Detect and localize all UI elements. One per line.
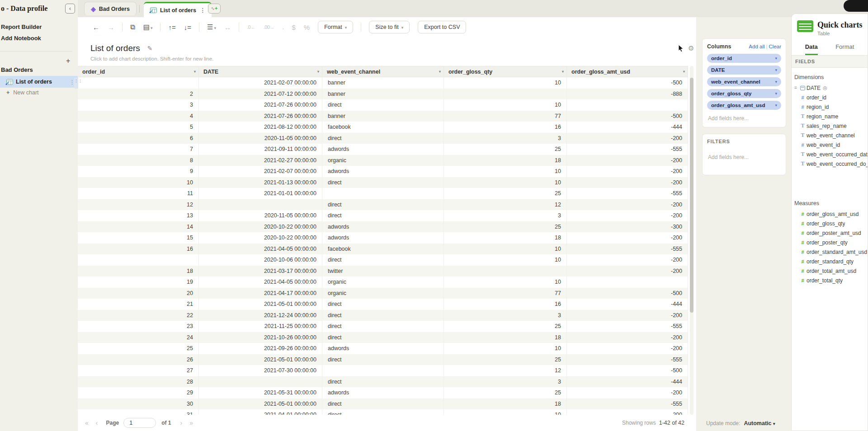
update-mode-dropdown[interactable]: Automatic ▾ [744,420,775,426]
add-notebook-link[interactable]: Add Notebook [1,35,41,42]
table-row[interactable]: 192021-04-05 00:00:00organic10 [78,276,688,288]
table-row[interactable]: 242021-10-26 00:00:00direct18-200 [78,332,688,343]
percent-format-icon[interactable]: % [304,23,310,31]
dimension-order_id[interactable]: #order_id [792,93,868,102]
export-csv-button[interactable]: Export to CSV [418,21,466,33]
table-row[interactable]: 22021-07-12 00:00:00banner-888 [78,89,688,100]
undo-icon[interactable]: ← [93,23,99,31]
column-sort-caret-icon[interactable]: ▾ [439,70,441,74]
next-page-icon[interactable]: › [180,419,183,426]
table-row[interactable]: 302021-05-01 00:00:00direct18-555 [78,398,688,410]
filters-add-fields-placeholder[interactable]: Add fields here... [707,151,781,161]
decrease-decimal-icon[interactable]: .0← [247,24,255,30]
table-row[interactable]: 102021-01-13 00:00:00direct10-200 [78,177,688,188]
table-row[interactable]: 162021-04-05 00:00:00facebook10-555 [78,244,688,255]
column-sort-caret-icon[interactable]: ▾ [683,70,685,74]
align-icon[interactable]: ☰▾ [207,23,216,31]
edit-pencil-icon[interactable]: ✎ [147,45,153,52]
table-row[interactable]: 272021-07-30 00:00:0012-500 [78,365,688,376]
table-scrollbar[interactable] [690,66,693,415]
field-pill-order_gloss_qty[interactable]: order_gloss_qty▾ [707,89,781,98]
dimension-web_event_channel[interactable]: Tweb_event_channel [792,131,868,140]
table-row[interactable]: 52021-08-12 00:00:00facebook16-444 [78,122,688,133]
column-header-web_event_channel[interactable]: web_event_channel▾ [322,66,444,77]
dimension-web_event_occurred_date[interactable]: Tweb_event_occurred_date [792,150,868,159]
increase-decimal-icon[interactable]: .00→ [264,24,274,30]
measure-order_poster_qty[interactable]: #order_poster_qty [792,238,868,247]
chart-description-placeholder[interactable]: Click to add chart description. Shift-en… [90,56,213,61]
previous-page-icon[interactable]: ‹ [96,419,98,426]
sidebar-item-new-chart[interactable]: +New chart [6,89,39,96]
table-row[interactable]: 262021-05-01 00:00:00direct25-555 [78,354,688,365]
column-header-DATE[interactable]: DATE▾ [199,66,322,77]
column-header-order_gloss_qty[interactable]: order_gloss_qty▾ [444,66,567,77]
table-row[interactable]: 62020-11-05 00:00:00direct3-200 [78,133,688,144]
text-wrap-icon[interactable]: ↔ [224,23,231,31]
dimension-region_id[interactable]: #region_id [792,102,868,112]
currency-format-icon[interactable]: $ [292,23,296,31]
sort-ascending-icon[interactable]: ↑= [168,23,175,31]
dimension-web_event_occurred_do_w_n[interactable]: Tweb_event_occurred_do_w_n [792,159,868,169]
columns-add-fields-placeholder[interactable]: Add fields here... [707,112,781,122]
measure-order_standard_amt_usd[interactable]: #order_standard_amt_usd [792,247,868,257]
chart-type-icon[interactable]: ▤▾ [143,23,153,31]
chevron-down-icon[interactable]: ▾ [775,68,777,72]
chevron-down-icon[interactable]: ▾ [775,103,777,108]
sidebar-report-name[interactable]: Bad Orders [1,66,33,73]
table-row[interactable]: 252021-09-26 00:00:00adwords10-200 [78,343,688,354]
tab-format[interactable]: Format [835,43,854,55]
sidebar-item-list-of-orders[interactable]: ✓ List of orders ⋮ [0,76,78,88]
table-row[interactable]: 2020-10-06 00:00:00direct10-200 [78,254,688,266]
collapse-toggle-icon[interactable]: = [794,85,799,90]
table-row[interactable]: 132020-11-05 00:00:00direct3-200 [78,210,688,221]
table-row[interactable]: 202021-04-17 00:00:00organic77-500 [78,288,688,299]
clear-link[interactable]: Clear [769,44,781,49]
table-row[interactable]: 292021-05-31 00:00:00adwords25-200 [78,387,688,398]
first-page-icon[interactable]: « [85,419,89,426]
field-pill-order_gloss_amt_usd[interactable]: order_gloss_amt_usd▾ [707,101,781,110]
field-pill-order_id[interactable]: order_id▾ [707,54,781,63]
add-section-button[interactable]: + [66,57,70,65]
chevron-down-icon[interactable]: ▾ [775,56,777,61]
column-sort-caret-icon[interactable]: ▾ [194,70,196,74]
report-builder-link[interactable]: Report Builder [1,23,42,30]
column-header-order_gloss_amt_usd[interactable]: order_gloss_amt_usd▾ [567,66,688,77]
field-pill-DATE[interactable]: DATE▾ [707,66,781,75]
size-to-fit-button[interactable]: Size to fit▾ [369,21,410,33]
table-row[interactable]: 222021-12-24 00:00:00direct3-200 [78,310,688,321]
format-button[interactable]: Format▾ [318,21,353,33]
table-row[interactable]: 82021-02-27 00:00:00organic18-200 [78,155,688,166]
table-row[interactable]: 92021-02-07 00:00:00adwords10-200 [78,166,688,177]
last-page-icon[interactable]: » [189,419,193,426]
tab-list-of-orders[interactable]: ✓ List of orders ⋮ [144,2,212,17]
dimension-sales_rep_name[interactable]: Tsales_rep_name [792,121,868,131]
measure-order_gloss_amt_usd[interactable]: #order_gloss_amt_usd [792,209,868,219]
add-all-link[interactable]: Add all [749,44,764,49]
column-header-order_id[interactable]: order_id▾ [78,66,199,77]
new-chart-tab-button[interactable]: ∿+ [208,4,221,14]
table-row[interactable]: 32021-07-26 00:00:00direct10 [78,99,688,111]
measure-order_gloss_qty[interactable]: #order_gloss_qty [792,219,868,228]
dimension-web_event_id[interactable]: #web_event_id [792,140,868,150]
chevron-down-icon[interactable]: ▾ [775,80,777,84]
table-row[interactable]: 152020-10-22 00:00:00adwords18-200 [78,232,688,244]
field-pill-web_event_channel[interactable]: web_event_channel▾ [707,77,781,86]
column-sort-caret-icon[interactable]: ▾ [317,70,319,74]
chevron-down-icon[interactable]: ▾ [775,91,777,96]
tab-data[interactable]: Data [805,43,818,55]
dimension-DATE[interactable]: =DATE◎ [792,83,868,93]
table-row[interactable]: 12direct12-200 [78,199,688,211]
tab-bad-orders[interactable]: ◈ Bad Orders [84,2,137,15]
sidebar-collapse-button[interactable]: ‹ [65,4,75,14]
dimension-region_name[interactable]: Tregion_name [792,112,868,121]
measure-order_total_qty[interactable]: #order_total_qty [792,276,868,285]
measure-order_poster_amt_usd[interactable]: #order_poster_amt_usd [792,228,868,238]
table-row[interactable]: 232021-11-25 00:00:00direct25-555 [78,321,688,332]
tab-kebab-menu-icon[interactable]: ⋮ [200,7,206,14]
table-row[interactable]: 2021-02-07 00:00:00banner10-500 [78,77,688,89]
sort-descending-icon[interactable]: ↓= [184,23,191,31]
table-row[interactable]: 28direct3-444 [78,376,688,388]
scrollbar-thumb[interactable] [690,78,693,313]
gear-icon[interactable]: ⚙ [688,44,694,52]
column-sort-caret-icon[interactable]: ▾ [562,70,564,74]
